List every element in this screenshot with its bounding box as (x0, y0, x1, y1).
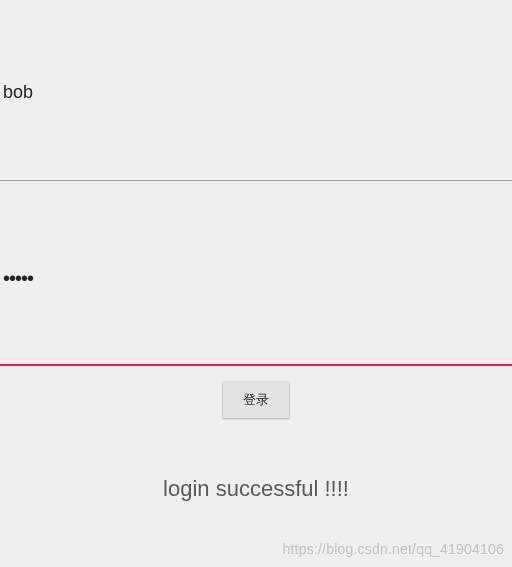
login-button[interactable]: 登录 (223, 382, 289, 418)
status-message: login successful !!!! (0, 476, 512, 502)
password-input[interactable] (0, 267, 512, 290)
watermark-text: https://blog.csdn.net/qq_41904106 (283, 541, 504, 557)
password-field-group (0, 181, 512, 366)
button-row: 登录 (0, 382, 512, 418)
username-field-group (0, 0, 512, 181)
username-input[interactable] (0, 82, 512, 103)
